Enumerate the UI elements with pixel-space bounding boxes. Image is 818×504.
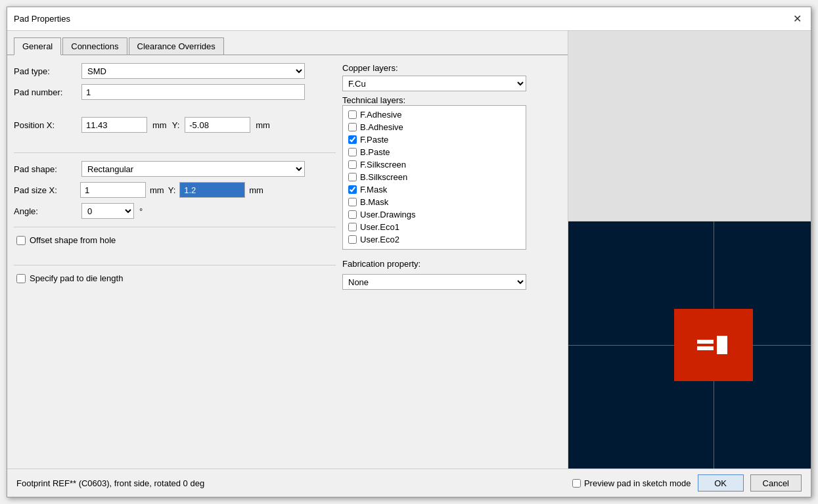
pad-size-x-unit: mm [150,185,164,195]
pad-shape-row: Pad shape: Rectangular Circular Oval Tra… [14,161,336,177]
layer-f-mask: F.Mask [348,185,520,195]
pad-size-y-unit: mm [249,185,263,195]
fabrication-property-group: Fabrication property: None BGA pad Fiduc… [342,259,526,290]
divider-1 [14,152,336,153]
layer-user-drawings-checkbox[interactable] [348,210,357,219]
tab-clearance-overrides[interactable]: Clearance Overrides [129,37,224,55]
layer-user-drawings-label: User.Drawings [360,210,416,219]
fab-property-label: Fabrication property: [342,259,526,269]
svg-rect-3 [694,344,714,346]
preview-sketch-label: Preview pad in sketch mode [584,478,691,488]
form-section: Pad type: SMD Through-hole NPTH, Mechani… [14,63,336,469]
dialog-title: Pad Properties [14,14,70,24]
dialog-body: General Connections Clearance Overrides … [7,31,811,469]
layer-b-mask-label: B.Mask [360,197,388,207]
technical-layers-group: Technical layers: F.Adhesive B.Adhesive [342,95,526,250]
layer-b-silkscreen-label: B.Silkscreen [360,172,407,182]
tab-connections[interactable]: Connections [62,37,127,55]
position-x-label: Position X: [14,120,76,130]
layer-b-silkscreen-checkbox[interactable] [348,173,357,181]
position-y-unit: mm [256,120,270,130]
layer-b-silkscreen: B.Silkscreen [348,172,520,182]
layer-b-mask: B.Mask [348,197,520,207]
pad-type-label: Pad type: [14,66,76,76]
right-panel [568,31,811,469]
offset-shape-checkbox[interactable] [16,236,26,245]
pad-number-input[interactable] [81,84,305,100]
technical-layers-box: F.Adhesive B.Adhesive F.Paste [342,105,526,250]
svg-rect-2 [714,332,717,358]
layer-b-mask-checkbox[interactable] [348,198,357,206]
specify-pad-label: Specify pad to die length [30,273,123,283]
position-y-input[interactable] [185,117,250,133]
layer-f-paste: F.Paste [348,135,520,145]
ok-button[interactable]: OK [698,474,744,492]
layer-user-eco2: User.Eco2 [348,235,520,244]
pad-number-label: Pad number: [14,87,76,97]
technical-layers-label: Technical layers: [342,95,526,105]
left-panel: General Connections Clearance Overrides … [7,31,568,469]
layer-user-eco1-label: User.Eco1 [360,222,399,232]
tab-general[interactable]: General [14,37,61,55]
layers-section: Copper layers: F.Cu B.Cu Technical layer… [342,63,526,469]
close-button[interactable]: ✕ [790,12,804,26]
specify-pad-checkbox[interactable] [16,274,26,283]
pad-properties-dialog: Pad Properties ✕ General Connections Cle… [7,7,811,497]
divider-3 [14,265,336,265]
preview-bottom [568,221,811,469]
layer-f-adhesive: F.Adhesive [348,110,520,120]
angle-select[interactable]: 0 90 180 270 [81,203,134,219]
pad-rectangle [674,309,753,381]
layer-f-adhesive-label: F.Adhesive [360,110,402,120]
title-bar: Pad Properties ✕ [7,7,811,31]
pad-shape-select[interactable]: Rectangular Circular Oval Trapezoid Roun… [81,161,305,177]
tabs-bar: General Connections Clearance Overrides [7,37,568,55]
pad-size-x-input[interactable] [80,182,146,198]
layer-b-adhesive-checkbox[interactable] [348,123,357,131]
footer-right: Preview pad in sketch mode OK Cancel [572,474,802,492]
preview-sketch-row: Preview pad in sketch mode [572,478,691,488]
layer-f-mask-checkbox[interactable] [348,185,357,194]
layer-b-paste-checkbox[interactable] [348,148,357,156]
pad-size-row: Pad size X: mm Y: mm [14,182,336,198]
layer-user-eco1-checkbox[interactable] [348,223,357,231]
layer-f-paste-checkbox[interactable] [348,135,357,144]
position-y-label: Y: [172,120,180,130]
preview-canvas [568,221,811,469]
position-x-unit: mm [152,120,167,130]
angle-unit: ° [139,206,143,216]
layer-b-adhesive: B.Adhesive [348,122,520,132]
pad-size-y-input[interactable] [179,182,245,198]
divider-2 [14,227,336,227]
layer-f-silkscreen-label: F.Silkscreen [360,160,406,170]
layer-b-paste: B.Paste [348,147,520,157]
position-x-input[interactable] [81,117,147,133]
layer-user-drawings: User.Drawings [348,210,520,219]
pad-size-x-label: Pad size X: [14,185,76,195]
specify-pad-row: Specify pad to die length [16,273,336,283]
angle-label: Angle: [14,206,76,216]
copper-layers-label: Copper layers: [342,63,526,73]
pad-symbol [694,332,733,358]
offset-shape-row: Offset shape from hole [16,235,336,245]
footer-status: Footprint REF** (C0603), front side, rot… [16,478,204,488]
pad-size-y-label: Y: [168,185,176,195]
svg-rect-1 [716,336,727,354]
offset-shape-label: Offset shape from hole [30,235,116,245]
preview-sketch-checkbox[interactable] [572,479,581,488]
cancel-button[interactable]: Cancel [750,474,802,492]
layer-f-silkscreen: F.Silkscreen [348,160,520,170]
pad-type-select[interactable]: SMD Through-hole NPTH, Mechanical [81,63,305,79]
layer-f-paste-label: F.Paste [360,135,388,145]
main-content: Pad type: SMD Through-hole NPTH, Mechani… [7,63,568,469]
footer: Footprint REF** (C0603), front side, rot… [7,469,811,497]
angle-row: Angle: 0 90 180 270 ° [14,203,336,219]
pad-number-row: Pad number: [14,84,336,100]
fab-property-select[interactable]: None BGA pad Fiducial, local Fiducial, g… [342,274,526,290]
layer-b-adhesive-label: B.Adhesive [360,122,403,132]
copper-layers-select[interactable]: F.Cu B.Cu [342,76,526,91]
layer-f-silkscreen-checkbox[interactable] [348,160,357,169]
layer-user-eco2-checkbox[interactable] [348,235,357,244]
position-row: Position X: mm Y: mm [14,117,336,133]
layer-f-adhesive-checkbox[interactable] [348,110,357,119]
